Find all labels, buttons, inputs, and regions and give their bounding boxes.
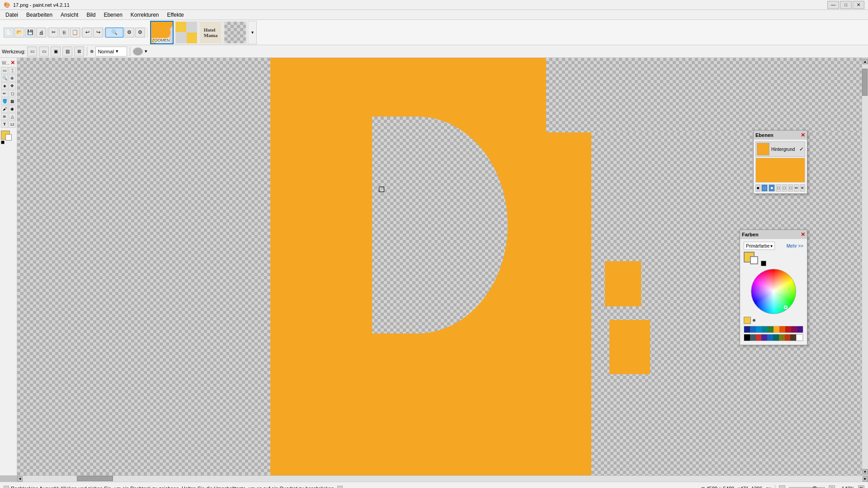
blend-mode-dropdown[interactable]: Normal ▾ <box>95 47 127 56</box>
farben-panel-header[interactable]: Farben ✕ <box>740 230 807 239</box>
current-color-swatch[interactable] <box>744 317 751 324</box>
toolbar-copy[interactable]: ⎘ <box>59 28 69 38</box>
palette-color-1[interactable] <box>744 326 750 333</box>
tool-stamp[interactable]: ◉ <box>9 105 16 113</box>
hscroll-left-btn[interactable]: ◄ <box>17 476 23 482</box>
thumb-3[interactable]: HotelMama <box>199 21 222 44</box>
toolbar-zoom[interactable]: 🔍 <box>105 28 123 38</box>
toolbar-open[interactable]: 📂 <box>14 28 24 38</box>
palette-color-3[interactable] <box>756 326 762 333</box>
toolbar-cut[interactable]: ✂ <box>48 28 58 38</box>
hscroll-thumb[interactable] <box>77 476 113 481</box>
palette-color-16[interactable] <box>773 334 779 341</box>
black-fg-swatch[interactable] <box>761 261 766 266</box>
tool-pencil[interactable]: ✏ <box>1 90 8 97</box>
menu-korrekturen[interactable]: Korrekturen <box>127 11 163 19</box>
tool-rect-select-1[interactable]: ▭ <box>27 47 37 56</box>
color-wheel[interactable] <box>751 269 796 314</box>
toolbar-extra2[interactable]: ⚙ <box>135 28 145 38</box>
palette-color-15[interactable] <box>767 334 773 341</box>
menu-bearbeiten[interactable]: Bearbeiten <box>23 11 56 19</box>
tool-move[interactable]: ✥ <box>9 82 16 89</box>
tool-zoom[interactable]: 🔍 <box>1 75 8 82</box>
close-button[interactable]: ✕ <box>853 1 864 9</box>
tool-gradient[interactable]: ▦ <box>9 98 16 105</box>
layer-btn3[interactable]: ■ <box>769 184 775 192</box>
hscroll-right-btn[interactable]: ► <box>863 476 868 482</box>
palette-color-2[interactable] <box>750 326 756 333</box>
layer-visibility-check[interactable]: ✓ <box>799 146 804 152</box>
palette-color-19[interactable] <box>790 334 796 341</box>
primary-color-dropdown[interactable]: Primärfarbe ▾ <box>744 242 775 250</box>
toolbar-new[interactable]: 📄 <box>4 28 14 38</box>
toolbar-redo[interactable]: ↪ <box>93 28 103 38</box>
tool-eraser[interactable]: ◻ <box>9 90 16 97</box>
thumb-1[interactable]: ZOOMEN <box>150 21 174 44</box>
toolbar-print[interactable]: 🖨 <box>36 28 46 38</box>
black-swatch[interactable] <box>1 141 5 144</box>
mehr-button[interactable]: Mehr >> <box>787 244 803 249</box>
toolbar-paste[interactable]: 📋 <box>70 28 80 38</box>
palette-color-13[interactable] <box>756 334 762 341</box>
vscroll-thumb[interactable] <box>862 69 868 96</box>
palette-color-10[interactable] <box>797 326 803 333</box>
tool-rect-select-4[interactable]: ▥ <box>62 47 72 56</box>
tool-text[interactable]: T <box>1 121 8 128</box>
toolbar-undo[interactable]: ↩ <box>82 28 92 38</box>
ebenen-close-button[interactable]: ✕ <box>801 132 805 138</box>
vscroll-down-btn[interactable]: ▼ <box>863 469 868 474</box>
status-scroll-left[interactable]: ◄ <box>4 486 9 488</box>
vscroll-up-btn[interactable]: ▲ <box>863 59 868 64</box>
palette-color-20[interactable] <box>796 334 803 341</box>
toolbar-extra1[interactable]: ⚙ <box>124 28 134 38</box>
menu-ebenen[interactable]: Ebenen <box>100 11 126 19</box>
layer-btn6[interactable]: □ <box>788 184 793 192</box>
vertical-scrollbar[interactable]: ▲ ▼ <box>862 58 868 475</box>
minimize-button[interactable]: — <box>827 1 839 9</box>
tool-brush[interactable]: 🖌 <box>1 105 8 113</box>
menu-bild[interactable]: Bild <box>83 11 99 19</box>
status-scroll-right[interactable]: ► <box>337 486 343 488</box>
zoom-decrease-btn[interactable]: − <box>779 485 785 488</box>
tool-rect[interactable]: ▭ <box>1 67 8 74</box>
palette-color-7[interactable] <box>779 326 785 333</box>
palette-color-12[interactable] <box>750 334 756 341</box>
farben-close-button[interactable]: ✕ <box>801 231 805 238</box>
tool-extra1[interactable] <box>133 47 143 56</box>
menu-effekte[interactable]: Effekte <box>164 11 188 19</box>
palette-color-6[interactable] <box>774 326 779 333</box>
tool-number[interactable]: 12 <box>9 121 16 128</box>
zoom-thumb[interactable] <box>812 486 817 488</box>
canvas-viewport[interactable]: Windows aktivieren Wechseln Sie zu Einst… <box>17 58 862 475</box>
bg-color-box[interactable] <box>750 256 758 264</box>
palette-color-8[interactable] <box>785 326 791 333</box>
tool-blur[interactable]: ≋ <box>1 113 8 120</box>
tool-zoom-plus[interactable]: ⊕ <box>9 75 16 82</box>
layer-btn5[interactable]: □ <box>782 184 787 192</box>
tool-rect-select-2[interactable]: ▭ <box>39 47 49 56</box>
thumb-4[interactable] <box>223 21 247 44</box>
menu-datei[interactable]: Datei <box>2 11 22 19</box>
palette-color-5[interactable] <box>768 326 774 333</box>
thumb-2[interactable] <box>175 21 198 44</box>
maximize-button[interactable]: □ <box>840 1 852 9</box>
layer-edit-btn[interactable]: ✏ <box>794 184 799 192</box>
tool-paintbucket[interactable]: 🪣 <box>1 98 8 105</box>
palette-color-4[interactable] <box>762 326 768 333</box>
tool-rect-select-5[interactable]: ⊠ <box>74 47 84 56</box>
tool-lasso[interactable]: ⌶ <box>9 67 16 74</box>
tool-magic-wand[interactable]: ◈ <box>1 82 8 89</box>
palette-color-9[interactable] <box>791 326 797 333</box>
tool-rect-select-3[interactable]: ▣ <box>51 47 61 56</box>
fit-window-btn[interactable]: ⊞ <box>858 485 864 488</box>
palette-color-11[interactable] <box>744 334 750 341</box>
menu-ansicht[interactable]: Ansicht <box>57 11 82 19</box>
tool-sharpen[interactable]: △ <box>9 113 16 120</box>
secondary-color-swatch[interactable] <box>5 134 12 141</box>
toolbox-close-button[interactable]: ✕ <box>10 60 15 66</box>
thumb-dropdown[interactable]: ▾ <box>248 21 257 44</box>
layer-close-btn[interactable]: ✕ <box>800 184 805 192</box>
layer-delete-btn[interactable]: □ <box>761 184 768 192</box>
palette-color-17[interactable] <box>779 334 785 341</box>
zoom-increase-btn[interactable]: + <box>829 485 835 488</box>
